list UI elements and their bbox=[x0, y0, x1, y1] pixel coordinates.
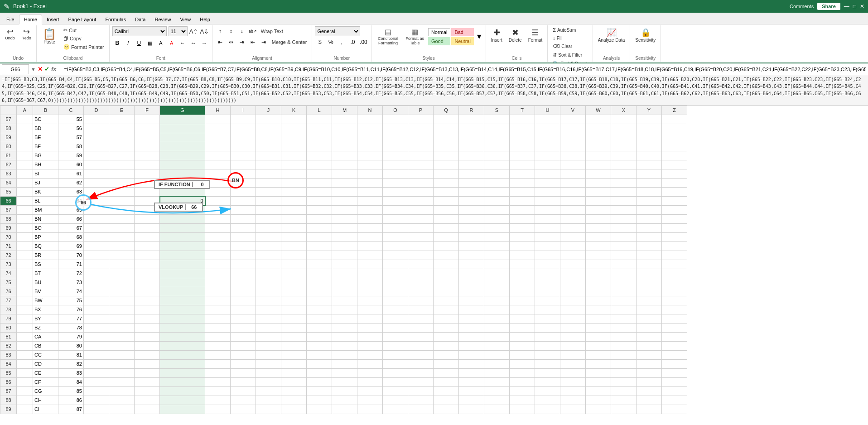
cell-w-60[interactable] bbox=[586, 142, 611, 151]
cell-d-66[interactable] bbox=[84, 196, 109, 205]
cell-d-69[interactable] bbox=[84, 223, 109, 232]
cell-r-82[interactable] bbox=[459, 341, 484, 350]
cell-f-62[interactable] bbox=[135, 160, 160, 169]
row-header-62[interactable]: 62 bbox=[0, 160, 17, 169]
cell-z-64[interactable] bbox=[662, 178, 687, 187]
find-select-button[interactable]: 🔍 Find & Select bbox=[550, 60, 589, 63]
cell-p-65[interactable] bbox=[408, 187, 434, 196]
delete-button[interactable]: ✖ Delete bbox=[506, 26, 524, 44]
format-button[interactable]: ☰ Format bbox=[526, 26, 545, 44]
cell-h-89[interactable] bbox=[205, 405, 231, 414]
cell-h-79[interactable] bbox=[205, 314, 231, 323]
cell-x-89[interactable] bbox=[611, 405, 637, 414]
cell-b-85[interactable]: CE bbox=[33, 368, 58, 377]
cell-y-58[interactable] bbox=[637, 124, 662, 133]
cell-b-86[interactable]: CF bbox=[33, 377, 58, 386]
cell-t-58[interactable] bbox=[510, 124, 535, 133]
cell-c-63[interactable]: 61 bbox=[58, 169, 84, 178]
formula-expand-icon[interactable]: ▼ bbox=[31, 67, 36, 72]
cell-g-84[interactable] bbox=[160, 359, 205, 368]
cell-q-68[interactable] bbox=[434, 214, 459, 223]
cell-n-57[interactable] bbox=[357, 115, 383, 124]
cell-o-66[interactable] bbox=[383, 196, 408, 205]
tab-page-layout[interactable]: Page Layout bbox=[64, 15, 101, 24]
cell-d-78[interactable] bbox=[84, 305, 109, 314]
cell-e-57[interactable] bbox=[109, 115, 135, 124]
cell-e-65[interactable] bbox=[109, 187, 135, 196]
cell-p-83[interactable] bbox=[408, 350, 434, 359]
cell-j-78[interactable] bbox=[256, 305, 281, 314]
cell-i-80[interactable] bbox=[231, 323, 256, 332]
tab-data[interactable]: Data bbox=[130, 15, 150, 24]
col-header-d[interactable]: D bbox=[84, 106, 109, 115]
cell-j-66[interactable] bbox=[256, 196, 281, 205]
cell-f-61[interactable] bbox=[135, 151, 160, 160]
cell-p-69[interactable] bbox=[408, 223, 434, 232]
cell-d-79[interactable] bbox=[84, 314, 109, 323]
cell-n-83[interactable] bbox=[357, 350, 383, 359]
cell-o-75[interactable] bbox=[383, 278, 408, 287]
cell-r-83[interactable] bbox=[459, 350, 484, 359]
cell-g-78[interactable] bbox=[160, 305, 205, 314]
cell-o-57[interactable] bbox=[383, 115, 408, 124]
cell-i-87[interactable] bbox=[231, 386, 256, 396]
row-header-77[interactable]: 77 bbox=[0, 296, 17, 305]
cell-o-88[interactable] bbox=[383, 396, 408, 405]
cell-a-78[interactable] bbox=[17, 305, 33, 314]
cell-e-80[interactable] bbox=[109, 323, 135, 332]
cancel-formula-icon[interactable]: ✕ bbox=[38, 66, 43, 72]
cell-l-84[interactable] bbox=[307, 359, 332, 368]
row-header-88[interactable]: 88 bbox=[0, 396, 17, 405]
cell-i-85[interactable] bbox=[231, 368, 256, 377]
cell-h-63[interactable] bbox=[205, 169, 231, 178]
cell-w-76[interactable] bbox=[586, 287, 611, 296]
cell-w-84[interactable] bbox=[586, 359, 611, 368]
cell-s-78[interactable] bbox=[484, 305, 510, 314]
cell-h-86[interactable] bbox=[205, 377, 231, 386]
cell-d-57[interactable] bbox=[84, 115, 109, 124]
cell-x-69[interactable] bbox=[611, 223, 637, 232]
cell-v-88[interactable] bbox=[560, 396, 586, 405]
cell-l-70[interactable] bbox=[307, 232, 332, 241]
cell-f-72[interactable] bbox=[135, 251, 160, 260]
cell-d-83[interactable] bbox=[84, 350, 109, 359]
cell-z-83[interactable] bbox=[662, 350, 687, 359]
cell-t-67[interactable] bbox=[510, 205, 535, 214]
sort-filter-button[interactable]: ⇵ Sort & Filter bbox=[550, 51, 584, 59]
row-header-85[interactable]: 85 bbox=[0, 368, 17, 377]
cell-j-63[interactable] bbox=[256, 169, 281, 178]
font-name-select[interactable]: Calibri bbox=[112, 26, 167, 36]
col-header-s[interactable]: S bbox=[484, 106, 510, 115]
cell-r-72[interactable] bbox=[459, 251, 484, 260]
cell-s-88[interactable] bbox=[484, 396, 510, 405]
cell-g-75[interactable] bbox=[160, 278, 205, 287]
cell-e-81[interactable] bbox=[109, 332, 135, 341]
cell-l-81[interactable] bbox=[307, 332, 332, 341]
grid-wrapper[interactable]: A B C D E F G H I J K L M N O P Q bbox=[0, 106, 868, 425]
cell-q-74[interactable] bbox=[434, 269, 459, 278]
cell-j-58[interactable] bbox=[256, 124, 281, 133]
cell-b-68[interactable]: BN bbox=[33, 214, 58, 223]
cell-p-89[interactable] bbox=[408, 405, 434, 414]
cell-k-79[interactable] bbox=[281, 314, 307, 323]
row-header-72[interactable]: 72 bbox=[0, 251, 17, 260]
cell-t-78[interactable] bbox=[510, 305, 535, 314]
col-header-w[interactable]: W bbox=[586, 106, 611, 115]
cell-s-63[interactable] bbox=[484, 169, 510, 178]
cell-v-82[interactable] bbox=[560, 341, 586, 350]
cell-g-70[interactable] bbox=[160, 232, 205, 241]
cell-i-71[interactable] bbox=[231, 241, 256, 251]
cell-r-80[interactable] bbox=[459, 323, 484, 332]
cell-r-84[interactable] bbox=[459, 359, 484, 368]
cell-s-68[interactable] bbox=[484, 214, 510, 223]
cell-n-64[interactable] bbox=[357, 178, 383, 187]
cell-f-81[interactable] bbox=[135, 332, 160, 341]
cell-c-76[interactable]: 74 bbox=[58, 287, 84, 296]
cell-u-77[interactable] bbox=[535, 296, 560, 305]
cell-f-66[interactable] bbox=[135, 196, 160, 205]
cell-j-70[interactable] bbox=[256, 232, 281, 241]
cell-n-58[interactable] bbox=[357, 124, 383, 133]
cell-h-82[interactable] bbox=[205, 341, 231, 350]
cell-a-61[interactable] bbox=[17, 151, 33, 160]
cell-h-57[interactable] bbox=[205, 115, 231, 124]
